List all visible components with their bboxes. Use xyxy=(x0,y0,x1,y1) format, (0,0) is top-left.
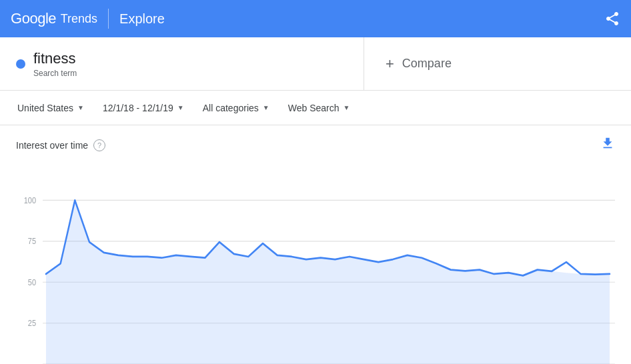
region-filter[interactable]: United States ▼ xyxy=(11,99,91,117)
header-left: Google Trends Explore xyxy=(11,9,165,29)
search-term-type: Search term xyxy=(33,69,77,78)
help-icon[interactable]: ? xyxy=(93,139,105,151)
category-chevron-icon: ▼ xyxy=(263,104,269,111)
header-divider xyxy=(108,9,109,29)
y-label-25: 25 xyxy=(28,319,36,328)
app-header: Google Trends Explore xyxy=(0,0,631,37)
compare-section[interactable]: + Compare xyxy=(364,37,631,90)
category-label: All categories xyxy=(203,103,259,113)
search-term-name: fitness xyxy=(33,50,77,67)
search-term-section: fitness Search term xyxy=(0,37,364,90)
date-label: 12/1/18 - 12/1/19 xyxy=(103,103,173,113)
explore-label: Explore xyxy=(119,11,165,27)
compare-plus-icon: + xyxy=(386,55,394,73)
filters-bar: United States ▼ 12/1/18 - 12/1/19 ▼ All … xyxy=(0,91,631,125)
search-type-label: Web Search xyxy=(288,103,340,113)
search-type-chevron-icon: ▼ xyxy=(343,104,350,111)
compare-label: Compare xyxy=(402,57,452,71)
download-button[interactable] xyxy=(600,136,615,154)
region-chevron-icon: ▼ xyxy=(77,104,84,111)
chart-header: Interest over time ? xyxy=(16,136,615,154)
google-wordmark: Google xyxy=(11,10,56,27)
date-filter[interactable]: 12/1/18 - 12/1/19 ▼ xyxy=(96,99,191,117)
chart-area-fill xyxy=(46,200,610,364)
trend-chart-svg: 100 75 50 25 Dec 2, 2018 Mar 31, 2019 Ju… xyxy=(16,159,615,364)
y-label-50: 50 xyxy=(28,278,36,287)
share-button[interactable] xyxy=(604,11,620,27)
term-color-dot xyxy=(16,59,25,69)
search-area: fitness Search term + Compare xyxy=(0,37,631,91)
google-trends-logo: Google Trends xyxy=(11,10,97,27)
chart-title-area: Interest over time ? xyxy=(16,139,105,151)
chart-title: Interest over time xyxy=(16,140,88,151)
date-chevron-icon: ▼ xyxy=(177,104,184,111)
category-filter[interactable]: All categories ▼ xyxy=(196,99,276,117)
chart-container: 100 75 50 25 Dec 2, 2018 Mar 31, 2019 Ju… xyxy=(16,159,615,364)
search-type-filter[interactable]: Web Search ▼ xyxy=(281,99,357,117)
chart-section: Interest over time ? 100 75 50 25 xyxy=(0,125,631,364)
trends-wordmark: Trends xyxy=(57,12,97,26)
search-term-info: fitness Search term xyxy=(33,50,77,78)
y-label-100: 100 xyxy=(24,196,36,205)
y-label-75: 75 xyxy=(28,237,36,246)
region-label: United States xyxy=(17,103,73,113)
